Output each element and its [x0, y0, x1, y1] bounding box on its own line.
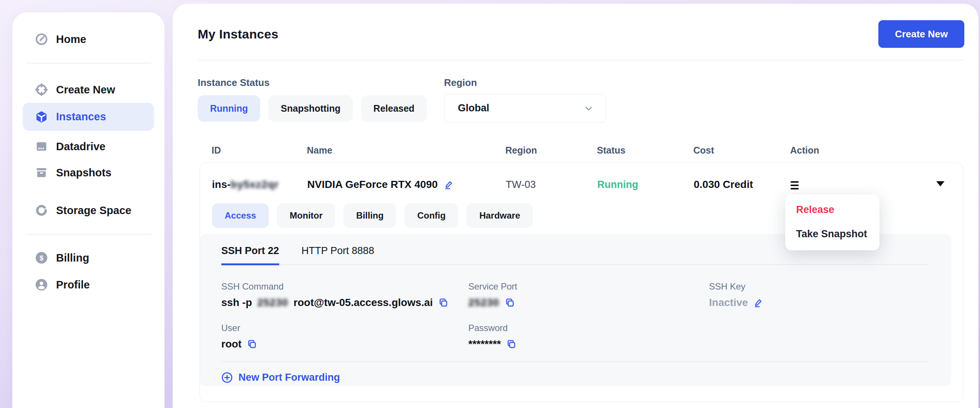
- instance-name: NVIDIA GeForce RTX 4090: [307, 179, 438, 191]
- edit-ssh-key-icon[interactable]: [753, 297, 764, 308]
- instance-name-cell: NVIDIA GeForce RTX 4090: [307, 179, 506, 191]
- instance-row-card: ins-by5xz2qr NVIDIA GeForce RTX 4090 TW-…: [200, 162, 963, 402]
- instance-status-filter: Instance Status Running Snapshotting Rel…: [198, 77, 444, 122]
- ssh-command-label: SSH Command: [221, 281, 468, 292]
- col-action: Action: [790, 145, 962, 156]
- tab-billing[interactable]: Billing: [344, 203, 396, 228]
- password-label: Password: [468, 323, 709, 333]
- menu-item-release[interactable]: Release: [796, 204, 869, 216]
- cube-icon: [35, 111, 48, 123]
- sidebar-item-storage-space[interactable]: Storage Space: [23, 199, 154, 222]
- region-select-value: Global: [458, 102, 489, 114]
- sidebar-item-profile[interactable]: Profile: [23, 273, 154, 296]
- harddrive-icon: [35, 140, 48, 153]
- ssh-key-field: SSH Key Inactive: [709, 281, 929, 309]
- sidebar-item-snapshots[interactable]: Snapshots: [23, 161, 154, 184]
- password-value: ********: [468, 338, 501, 350]
- tab-config[interactable]: Config: [404, 203, 458, 228]
- panel-divider: [221, 361, 929, 362]
- page-header: My Instances Create New: [173, 4, 978, 48]
- service-port-masked: 25230: [468, 297, 500, 309]
- sidebar-item-label: Create New: [56, 84, 115, 96]
- header-divider: [198, 60, 964, 60]
- storage-donut-icon: [35, 204, 48, 217]
- tab-monitor[interactable]: Monitor: [277, 203, 335, 228]
- ssh-command-field: SSH Command ssh -p 25230 root@tw-05.acce…: [221, 281, 468, 309]
- sidebar-item-label: Billing: [56, 252, 89, 264]
- col-region: Region: [505, 145, 597, 156]
- instance-region: TW-03: [506, 179, 597, 191]
- edit-name-icon[interactable]: [444, 179, 454, 190]
- chevron-down-icon: [584, 103, 594, 114]
- status-chip-released[interactable]: Released: [361, 95, 427, 122]
- port-tab-http[interactable]: HTTP Port 8888: [302, 245, 374, 264]
- action-dropdown-menu: Release Take Snapshot: [785, 194, 880, 250]
- col-status: Status: [597, 145, 693, 156]
- ssh-command-port-masked: 25230: [257, 297, 288, 309]
- ssh-key-label: SSH Key: [709, 281, 929, 292]
- plus-circle-icon: [221, 372, 233, 383]
- sidebar-divider: [26, 234, 151, 235]
- ssh-command-prefix: ssh -p: [221, 297, 252, 309]
- copy-password-icon[interactable]: [506, 339, 516, 349]
- col-name: Name: [307, 145, 505, 156]
- create-new-button[interactable]: Create New: [878, 20, 964, 48]
- sidebar-item-label: Datadrive: [56, 140, 105, 153]
- port-tab-ssh[interactable]: SSH Port 22: [221, 245, 279, 265]
- user-value: root: [221, 338, 242, 350]
- ssh-key-value: Inactive: [709, 297, 748, 309]
- dollar-icon: $: [35, 251, 48, 264]
- sidebar-item-label: Storage Space: [56, 204, 131, 217]
- region-filter: Region Global: [444, 77, 606, 122]
- sidebar-item-label: Snapshots: [56, 167, 111, 179]
- main-panel: My Instances Create New Instance Status …: [173, 4, 978, 408]
- sidebar-item-create-new[interactable]: Create New: [23, 78, 154, 101]
- archive-icon: [35, 166, 48, 179]
- instance-status: Running: [597, 179, 694, 191]
- instance-status-label: Instance Status: [198, 77, 444, 89]
- target-icon: [35, 83, 48, 96]
- ssh-command-host: root@tw-05.access.glows.ai: [293, 297, 433, 309]
- copy-service-port-icon[interactable]: [504, 297, 515, 308]
- col-cost: Cost: [693, 145, 790, 156]
- sidebar-divider: [26, 63, 151, 64]
- expand-caret-icon[interactable]: [936, 181, 945, 186]
- sidebar-item-billing[interactable]: $ Billing: [23, 247, 154, 269]
- copy-ssh-command-icon[interactable]: [438, 297, 448, 308]
- instance-id-prefix: ins-: [212, 179, 231, 191]
- user-icon: [35, 278, 48, 291]
- instance-id-masked: by5xz2qr: [231, 179, 279, 191]
- instance-row: ins-by5xz2qr NVIDIA GeForce RTX 4090 TW-…: [200, 163, 963, 191]
- status-chip-running[interactable]: Running: [198, 95, 260, 122]
- sidebar-item-label: Home: [56, 33, 86, 46]
- new-port-forwarding-label: New Port Forwarding: [239, 372, 340, 383]
- instance-cost: 0.030 Credit: [694, 179, 791, 191]
- menu-item-take-snapshot[interactable]: Take Snapshot: [796, 228, 869, 240]
- sidebar-item-label: Instances: [56, 111, 106, 123]
- filters: Instance Status Running Snapshotting Rel…: [198, 77, 964, 122]
- sidebar-item-datadrive[interactable]: Datadrive: [23, 135, 154, 158]
- gauge-icon: [35, 33, 48, 46]
- col-id: ID: [212, 145, 307, 156]
- instance-id: ins-by5xz2qr: [212, 179, 307, 191]
- access-panel: SSH Port 22 HTTP Port 8888 SSH Command s…: [200, 234, 951, 386]
- user-field: User root: [221, 323, 468, 350]
- password-field: Password ********: [468, 323, 709, 350]
- sidebar-item-home[interactable]: Home: [23, 28, 154, 51]
- service-port-label: Service Port: [468, 281, 709, 292]
- sidebar-item-instances[interactable]: Instances: [23, 103, 154, 131]
- status-chip-snapshotting[interactable]: Snapshotting: [268, 95, 353, 122]
- tab-access[interactable]: Access: [212, 203, 269, 228]
- sidebar: Home Create New Instances Datadrive Snap…: [12, 12, 164, 408]
- row-actions-menu-icon[interactable]: [791, 180, 799, 189]
- svg-text:$: $: [40, 254, 43, 262]
- access-fields: SSH Command ssh -p 25230 root@tw-05.acce…: [221, 281, 929, 350]
- table-header: ID Name Region Status Cost Action: [212, 145, 962, 156]
- tab-hardware[interactable]: Hardware: [466, 203, 533, 228]
- region-select[interactable]: Global: [444, 94, 606, 122]
- region-label: Region: [444, 77, 606, 89]
- user-label: User: [221, 323, 468, 333]
- sidebar-item-label: Profile: [56, 279, 90, 291]
- copy-user-icon[interactable]: [247, 339, 257, 349]
- new-port-forwarding-link[interactable]: New Port Forwarding: [221, 372, 340, 383]
